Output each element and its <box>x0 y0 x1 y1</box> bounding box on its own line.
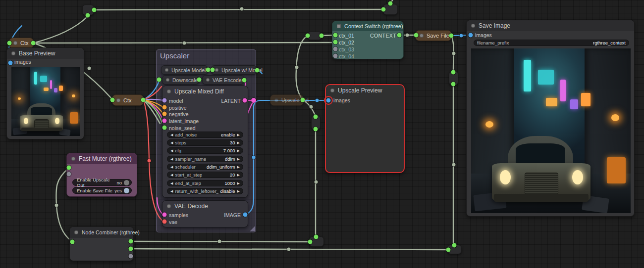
reroute-dot[interactable] <box>92 8 97 12</box>
slot-dot-latent-image[interactable] <box>162 119 167 123</box>
slot-dot[interactable] <box>70 240 75 244</box>
arrow-right-icon[interactable]: ▶ <box>237 181 240 185</box>
widget-sampler-name[interactable]: ◀ sampler_name ddim ▶ <box>167 156 243 162</box>
collapse-dot-icon[interactable] <box>71 157 75 161</box>
link-midpoint-dot[interactable] <box>452 52 456 55</box>
reroute-dot[interactable] <box>451 70 456 75</box>
arrow-left-icon[interactable]: ◀ <box>170 133 173 136</box>
widget-start-at-step[interactable]: ◀ start_at_step 20 ▶ <box>167 172 243 178</box>
link-midpoint-dot[interactable] <box>251 98 256 103</box>
collapse-dot-icon[interactable] <box>74 230 78 234</box>
collapse-dot-icon[interactable] <box>420 34 424 38</box>
collapse-dot-icon[interactable] <box>330 89 334 92</box>
collapse-dot-icon[interactable] <box>165 68 168 72</box>
slot-dot[interactable] <box>129 239 133 244</box>
reroute-dot[interactable] <box>446 248 451 252</box>
reroute-dot[interactable] <box>320 34 324 38</box>
link-midpoint-dot[interactable] <box>452 163 456 167</box>
reroute-dot[interactable] <box>306 34 310 38</box>
link-midpoint-dot[interactable] <box>310 105 313 109</box>
slot-dot[interactable] <box>301 98 305 102</box>
widget-steps[interactable]: ◀ steps 30 ▶ <box>167 139 243 146</box>
node-combiner[interactable]: Node Combiner (rgthree) <box>69 226 134 261</box>
widget-return-with-leftover-noise[interactable]: ◀ return_with_leftover_noise disable ▶ <box>167 188 243 194</box>
slot-dot-image-out[interactable] <box>243 213 248 217</box>
node-title-bar[interactable]: Context Switch (rgthree) <box>332 21 403 31</box>
reroute-dot[interactable] <box>314 127 318 132</box>
arrow-right-icon[interactable]: ▶ <box>237 157 240 161</box>
slot-dot-images[interactable] <box>8 61 13 65</box>
node-title-bar[interactable]: Upscale Preview <box>326 85 404 96</box>
node-upscale-out[interactable]: Upscale Out <box>270 94 304 106</box>
link-midpoint-dot[interactable] <box>218 240 221 243</box>
toggle-knob-icon[interactable] <box>124 188 129 193</box>
slot-dot[interactable] <box>255 68 260 73</box>
reroute-dot[interactable] <box>308 240 313 244</box>
arrow-left-icon[interactable]: ◀ <box>170 157 173 161</box>
slot-dot[interactable] <box>157 78 161 82</box>
link-midpoint-dot[interactable] <box>240 7 244 11</box>
slot-dot-ctx03[interactable] <box>333 47 338 51</box>
toggle-enable-upscale-out[interactable]: Enable Upscale Out no <box>72 179 132 186</box>
slot-dot-ctx01[interactable] <box>333 33 338 38</box>
slot-dot[interactable] <box>67 172 71 177</box>
slot-dot-images[interactable] <box>469 33 473 38</box>
arrow-left-icon[interactable]: ◀ <box>170 189 173 193</box>
slot-dot-vae[interactable] <box>162 220 167 224</box>
arrow-right-icon[interactable]: ▶ <box>237 189 240 193</box>
collapse-dot-icon[interactable] <box>116 98 120 102</box>
reroute-dot[interactable] <box>314 115 318 119</box>
arrow-left-icon[interactable]: ◀ <box>170 141 173 144</box>
node-title-bar[interactable]: Fast Muter (rgthree) <box>67 153 137 164</box>
node-vae-decode[interactable]: VAE Decode samples vae IMAGE <box>162 200 248 227</box>
arrow-left-icon[interactable]: ◀ <box>170 165 173 169</box>
arrow-left-icon[interactable]: ◀ <box>170 173 173 177</box>
slot-dot-samples[interactable] <box>162 213 167 217</box>
node-vae-encode[interactable]: VAE Encode <box>202 75 244 85</box>
node-upscale-preview[interactable]: Upscale Preview images <box>325 84 405 173</box>
link-midpoint-dot[interactable] <box>252 156 256 159</box>
reroute-dot[interactable] <box>381 7 386 12</box>
collapse-dot-icon[interactable] <box>13 41 17 45</box>
slot-dot[interactable] <box>141 98 146 102</box>
arrow-left-icon[interactable]: ◀ <box>170 149 173 152</box>
node-fast-muter[interactable]: Fast Muter (rgthree) Enable Upscale Out … <box>66 153 137 197</box>
arrow-right-icon[interactable]: ▶ <box>237 165 240 169</box>
link-midpoint-dot[interactable] <box>287 248 291 251</box>
arrow-right-icon[interactable]: ▶ <box>237 133 240 136</box>
slot-dot[interactable] <box>110 98 115 102</box>
node-save-file[interactable]: Save File <box>415 30 452 41</box>
slot-dot-model[interactable] <box>162 98 167 103</box>
slot-dot[interactable] <box>449 34 454 38</box>
collapse-dot-icon[interactable] <box>167 204 171 208</box>
slot-dot-negative[interactable] <box>162 112 167 116</box>
link-midpoint-dot[interactable] <box>295 66 299 69</box>
node-downscale[interactable]: Downscale <box>162 75 199 85</box>
link-midpoint-dot[interactable] <box>316 99 319 102</box>
slot-dot[interactable] <box>197 78 202 82</box>
slot-dot-context-out[interactable] <box>397 33 402 38</box>
reroute-dot[interactable] <box>451 82 456 87</box>
toggle-knob-icon[interactable] <box>124 180 129 185</box>
slot-dot[interactable] <box>242 78 247 83</box>
slot-dot-ctx02[interactable] <box>333 40 338 45</box>
slot-dot-latent-out[interactable] <box>243 98 247 103</box>
link-midpoint-dot[interactable] <box>460 34 463 38</box>
slot-dot[interactable] <box>414 33 419 38</box>
widget-add-noise[interactable]: ◀ add_noise enable ▶ <box>167 132 243 138</box>
reroute-dot[interactable] <box>86 13 90 18</box>
arrow-left-icon[interactable]: ◀ <box>170 181 173 185</box>
link-midpoint-dot[interactable] <box>55 204 58 207</box>
node-title-bar[interactable]: VAE Decode <box>162 201 248 212</box>
node-upscale-w-model[interactable]: Upscale w/ Model <box>211 65 257 75</box>
link-midpoint-dot[interactable] <box>183 42 186 45</box>
toggle-enable-save-file[interactable]: Enable Save File yes <box>72 187 132 194</box>
collapse-square-icon[interactable] <box>337 24 341 28</box>
slot-dot[interactable] <box>206 68 211 72</box>
widget-scheduler[interactable]: ◀ scheduler ddim_uniform ▶ <box>167 164 243 170</box>
link-midpoint-dot[interactable] <box>88 67 91 70</box>
collapse-dot-icon[interactable] <box>166 78 169 82</box>
node-graph-canvas[interactable]: Upscaler <box>0 0 644 268</box>
slot-dot[interactable] <box>129 254 133 259</box>
node-title-bar[interactable]: Node Combiner (rgthree) <box>70 227 133 238</box>
